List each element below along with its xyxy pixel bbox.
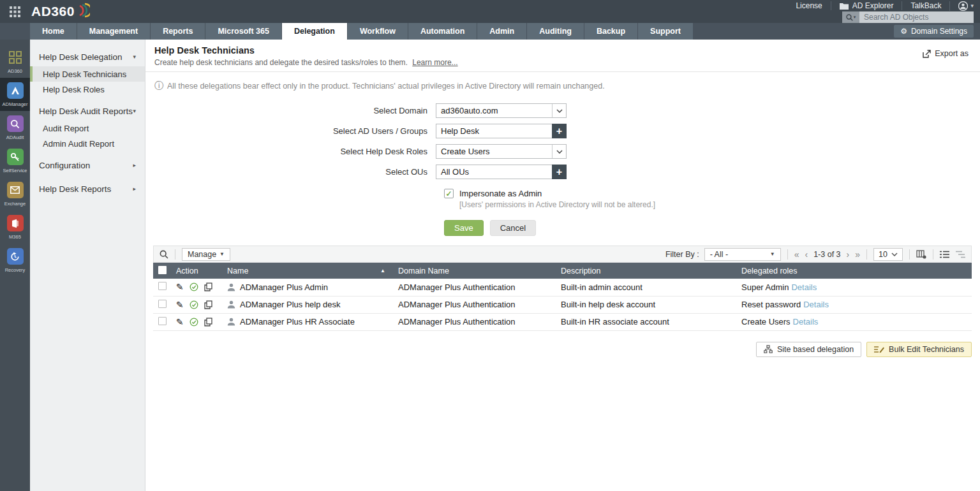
page-size-dropdown[interactable]: 10 (873, 248, 903, 261)
copy-icon[interactable] (204, 318, 212, 326)
sidebar-item-m365[interactable]: M365 (0, 210, 30, 244)
tab-microsoft-365[interactable]: Microsoft 365 (205, 23, 282, 40)
first-page-button[interactable]: « (794, 250, 799, 259)
ad-explorer-link[interactable]: AD Explorer (831, 1, 902, 10)
column-action[interactable]: Action (171, 263, 222, 279)
main-content: Help Desk Technicians Create help desk t… (145, 40, 980, 491)
sidebar-item-selfservice[interactable]: SelfService (0, 144, 30, 177)
select-roles-value: Create Users (436, 145, 552, 158)
search-input[interactable] (859, 11, 974, 23)
technician-name[interactable]: ADManager Plus help desk (240, 300, 341, 309)
learn-more-link[interactable]: Learn more... (412, 58, 457, 67)
tab-automation[interactable]: Automation (408, 23, 477, 40)
tab-label: Management (89, 27, 138, 36)
table-search-button[interactable] (160, 250, 168, 259)
manage-dropdown[interactable]: Manage ▼ (182, 248, 230, 261)
select-roles-dropdown[interactable]: Create Users (436, 144, 567, 159)
tab-admin[interactable]: Admin (477, 23, 527, 40)
tab-workflow[interactable]: Workflow (348, 23, 408, 40)
talkback-link[interactable]: TalkBack (902, 1, 949, 10)
edit-icon[interactable]: ✎ (176, 318, 184, 326)
site-based-delegation-button[interactable]: Site based delegation (756, 342, 861, 357)
technician-description: Built-in admin account (556, 279, 736, 296)
cancel-button[interactable]: Cancel (490, 220, 536, 236)
sidebar-item-adaudit[interactable]: ADAudit (0, 111, 30, 144)
tab-management[interactable]: Management (77, 23, 151, 40)
add-ous-button[interactable]: + (552, 165, 567, 179)
menu-help-desk-audit-reports[interactable]: Help Desk Audit Reports ▾ (30, 101, 145, 121)
column-roles[interactable]: Delegated roles (736, 263, 972, 279)
details-link[interactable]: Details (791, 282, 817, 292)
search-scope-button[interactable]: ▾ (842, 11, 859, 23)
chevron-down-icon (552, 104, 566, 117)
folder-icon (840, 3, 849, 10)
details-link[interactable]: Details (803, 300, 829, 309)
tab-label: Support (650, 27, 681, 36)
table-row: ✎ ADManager Plus Admin ADManager Plus Au… (153, 279, 972, 296)
copy-icon[interactable] (204, 300, 212, 309)
next-page-button[interactable]: › (847, 250, 850, 259)
column-chooser-button[interactable] (916, 250, 926, 259)
apps-grid-icon[interactable] (0, 6, 30, 17)
menu-help-desk-roles[interactable]: Help Desk Roles (30, 82, 145, 97)
sidebar-item-recovery[interactable]: Recovery (0, 244, 30, 277)
enable-icon[interactable] (189, 300, 198, 309)
edit-icon[interactable]: ✎ (176, 300, 184, 309)
row-checkbox[interactable] (158, 300, 167, 308)
export-as-button[interactable]: Export as (923, 49, 969, 58)
menu-help-desk-technicians[interactable]: Help Desk Technicians (30, 66, 145, 82)
tree-view-button[interactable] (956, 251, 965, 258)
license-link[interactable]: License (787, 1, 830, 10)
menu-help-desk-delegation[interactable]: Help Desk Delegation ▾ (30, 47, 145, 66)
tab-auditing[interactable]: Auditing (527, 23, 584, 40)
list-view-button[interactable] (940, 251, 949, 258)
menu-configuration[interactable]: Configuration ▸ (30, 156, 145, 175)
technician-name[interactable]: ADManager Plus Admin (240, 282, 328, 292)
tab-support[interactable]: Support (638, 23, 694, 40)
tab-home[interactable]: Home (30, 23, 77, 40)
user-menu[interactable]: ▾ (949, 1, 974, 11)
edit-icon[interactable]: ✎ (176, 282, 184, 291)
logo-text: AD360 (31, 4, 75, 19)
select-domain-dropdown[interactable]: ad360auto.com (436, 103, 567, 118)
sidebar-item-label: SelfService (3, 168, 27, 173)
tab-delegation[interactable]: Delegation (282, 23, 348, 40)
last-page-button[interactable]: » (855, 250, 860, 259)
details-link[interactable]: Details (793, 317, 819, 326)
prev-page-button[interactable]: ‹ (805, 250, 808, 259)
select-ous-field[interactable]: All OUs + (436, 165, 567, 179)
row-checkbox[interactable] (158, 282, 167, 290)
technician-name[interactable]: ADManager Plus HR Associate (240, 317, 355, 326)
tab-backup[interactable]: Backup (584, 23, 638, 40)
check-icon: ✓ (445, 189, 452, 198)
column-domain[interactable]: Domain Name (393, 263, 556, 279)
impersonate-checkbox[interactable]: ✓ (444, 189, 454, 198)
tab-reports[interactable]: Reports (151, 23, 205, 40)
bulk-edit-technicians-label: Bulk Edit Technicians (889, 345, 964, 354)
filter-dropdown[interactable]: - All - ▼ (704, 248, 781, 261)
column-name[interactable]: Name ▲ (222, 263, 393, 279)
tree-view-icon (956, 251, 965, 258)
enable-icon[interactable] (189, 282, 198, 291)
menu-help-desk-reports[interactable]: Help Desk Reports ▸ (30, 179, 145, 198)
gear-icon: ⚙ (900, 27, 907, 35)
add-users-button[interactable]: + (552, 124, 567, 138)
enable-icon[interactable] (189, 318, 198, 326)
save-button[interactable]: Save (444, 220, 484, 236)
row-checkbox[interactable] (158, 317, 167, 325)
sidebar-item-ad360[interactable]: AD360 (0, 45, 30, 78)
column-name-label: Name (227, 267, 248, 275)
menu-admin-audit-report[interactable]: Admin Audit Report (30, 136, 145, 151)
copy-icon[interactable] (204, 282, 212, 291)
filter-value: - All - (710, 250, 728, 259)
sidebar-item-exchange[interactable]: Exchange (0, 177, 30, 210)
column-description[interactable]: Description (556, 263, 736, 279)
select-ad-users-field[interactable]: Help Desk + (436, 124, 567, 138)
menu-audit-report[interactable]: Audit Report (30, 121, 145, 136)
ad360-logo[interactable]: AD360 (31, 4, 90, 19)
sidebar-item-admanager[interactable]: ADManager (0, 78, 30, 111)
chevron-right-icon: ▸ (133, 162, 136, 168)
select-all-checkbox[interactable] (158, 266, 167, 274)
bulk-edit-technicians-button[interactable]: Bulk Edit Technicians (866, 342, 972, 357)
domain-settings-button[interactable]: ⚙ Domain Settings (894, 25, 974, 38)
